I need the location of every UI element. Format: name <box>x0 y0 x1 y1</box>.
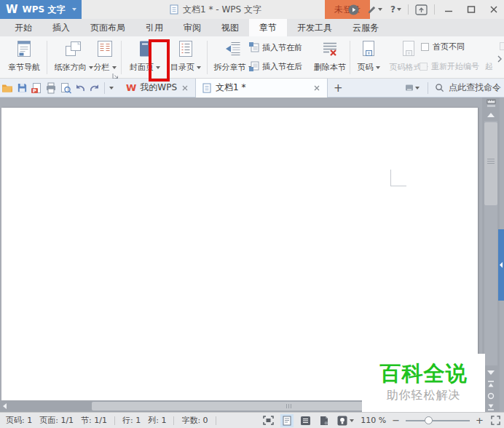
tab-home[interactable]: 开始 <box>4 19 42 36</box>
switch-window-icon <box>405 84 415 92</box>
tab-document1[interactable]: 文档1 * <box>195 79 328 98</box>
skin-button[interactable] <box>366 4 384 16</box>
checkbox-icon[interactable] <box>421 43 429 51</box>
zoom-slider[interactable] <box>406 416 470 426</box>
columns-icon <box>95 39 114 58</box>
chevron-down-icon <box>415 87 420 90</box>
previous-page-icon <box>487 380 495 389</box>
tab-cloud[interactable]: 云服务 <box>342 19 389 36</box>
close-tab-button[interactable] <box>312 84 321 92</box>
save-button[interactable] <box>15 80 29 96</box>
tab-references[interactable]: 引用 <box>135 19 173 36</box>
tab-page-layout[interactable]: 页面布局 <box>80 19 135 36</box>
scroll-left-button[interactable] <box>0 400 9 412</box>
triangle-down-icon <box>487 370 495 375</box>
watermark-overlay: 百科全说 助你轻松解决 <box>362 354 485 412</box>
zoom-out-button[interactable]: − <box>391 415 401 426</box>
tab-developer[interactable]: 开发工具 <box>287 19 342 36</box>
divider <box>207 41 208 74</box>
quick-access-menu-button[interactable] <box>107 80 116 96</box>
outline-view-icon <box>300 416 311 426</box>
wps-writer-window: W WPS 文字 文档1 * - WPS 文字 未登录 ? <box>0 0 504 428</box>
search-icon <box>435 83 444 92</box>
tab-review[interactable]: 审阅 <box>173 19 211 36</box>
split-section-label: 拆分章节 <box>214 62 246 73</box>
print-preview-button[interactable] <box>58 80 73 96</box>
fit-page-button[interactable] <box>489 414 502 427</box>
undo-button[interactable] <box>73 80 87 96</box>
page-number-format-icon <box>399 39 418 58</box>
divider <box>216 416 216 425</box>
tab-section[interactable]: 章节 <box>249 19 287 36</box>
zoom-slider-track[interactable] <box>406 420 470 421</box>
open-button[interactable] <box>0 80 15 96</box>
divider <box>350 41 350 74</box>
new-tab-button[interactable]: + <box>328 82 349 95</box>
chevron-down-icon <box>397 8 401 11</box>
restart-numbering-label: 重新开始编号 <box>431 61 479 72</box>
print-button[interactable] <box>44 80 58 96</box>
minimize-button[interactable] <box>440 1 457 17</box>
switch-window-button[interactable] <box>403 80 421 96</box>
divider <box>114 416 115 425</box>
document-icon <box>169 4 179 15</box>
ruler-toggle-button[interactable] <box>482 98 500 108</box>
read-view-button[interactable] <box>318 414 331 427</box>
page-view-icon <box>282 416 292 426</box>
minimize-icon <box>444 5 453 14</box>
export-pdf-button[interactable]: P <box>29 80 44 96</box>
panel-up-icon <box>415 4 428 15</box>
status-line: 行: 1 <box>122 415 141 426</box>
eye-protection-button[interactable] <box>336 414 355 427</box>
chevron-down-icon <box>350 419 354 422</box>
help-icon: ? <box>390 4 395 15</box>
help-button[interactable]: ? <box>389 3 403 16</box>
maximize-icon <box>467 5 476 14</box>
print-preview-icon <box>60 82 71 94</box>
wps-logo-label: WPS 文字 <box>23 4 66 16</box>
cover-page-button[interactable]: 封面页 <box>125 38 165 76</box>
page-number-button[interactable]: 页码 <box>353 38 385 76</box>
tab-my-wps[interactable]: W 我的WPS <box>120 79 195 98</box>
close-tab-button[interactable] <box>181 84 189 92</box>
delete-section-label: 删除本节 <box>314 62 346 73</box>
delete-section-button[interactable]: 删除本节 <box>310 38 350 76</box>
print-icon <box>45 82 57 94</box>
insert-section-after-button[interactable]: 插入节在后 <box>249 59 302 74</box>
divider <box>434 4 435 15</box>
toc-page-button[interactable]: 目录页 <box>166 38 205 76</box>
wps-logo-icon: W <box>6 3 18 16</box>
chevron-right-icon <box>497 55 503 63</box>
zoom-in-button[interactable]: + <box>475 415 484 426</box>
insert-section-after-label: 插入节在后 <box>262 61 302 72</box>
scroll-up-button[interactable] <box>482 109 500 120</box>
zoom-slider-thumb[interactable] <box>425 416 433 424</box>
page-view-button[interactable] <box>280 414 294 427</box>
triangle-left-icon <box>3 403 7 409</box>
outline-view-button[interactable] <box>299 414 312 427</box>
chapter-navigation-button[interactable]: 章节导航 <box>3 38 45 76</box>
find-command-input[interactable]: 点此查找命令 <box>449 82 501 94</box>
ruler-toggle-icon <box>487 98 496 108</box>
insert-section-before-label: 插入节在前 <box>262 42 302 53</box>
divider <box>104 82 105 94</box>
maximize-button[interactable] <box>462 1 480 17</box>
first-page-different-option[interactable]: 首页不同 <box>421 41 465 52</box>
horizontal-scroll-thumb[interactable] <box>92 402 364 411</box>
wps-menu-button[interactable]: W WPS 文字 <box>0 0 82 19</box>
redo-icon <box>89 82 101 94</box>
chevron-down-icon <box>109 87 114 90</box>
tab-view[interactable]: 视图 <box>211 19 249 36</box>
sync-button[interactable] <box>347 3 361 17</box>
hide-ribbon-button[interactable] <box>414 3 429 17</box>
insert-section-before-button[interactable]: 插入节在前 <box>249 40 302 55</box>
task-pane-handle[interactable] <box>498 229 504 301</box>
vertical-scroll-thumb[interactable] <box>484 122 497 205</box>
close-button[interactable] <box>485 1 503 17</box>
status-bar: 页码: 1 页面: 1/1 节: 1/1 行: 1 列: 1 字数: 0 <box>0 412 504 428</box>
redo-button[interactable] <box>87 80 102 96</box>
page-number-format-label: 页码格式 <box>390 62 422 73</box>
tab-insert[interactable]: 插入 <box>42 19 80 36</box>
ribbon-overflow-button[interactable] <box>497 52 503 66</box>
fit-selection-button[interactable] <box>261 414 275 427</box>
